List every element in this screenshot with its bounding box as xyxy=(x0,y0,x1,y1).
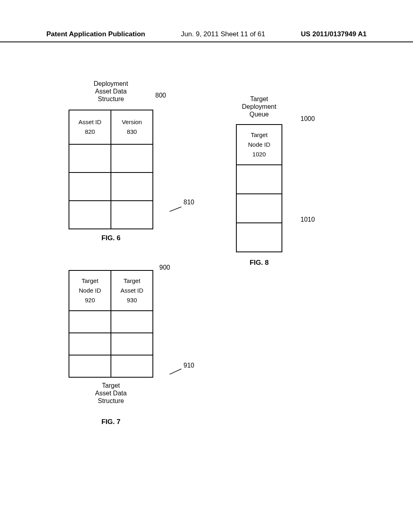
cell-refnum: 830 xyxy=(127,128,137,135)
empty-cell xyxy=(69,201,111,229)
table-row xyxy=(69,144,153,172)
cell-refnum: 930 xyxy=(127,297,137,303)
cell-label-l1: Target xyxy=(81,277,98,284)
header-publication-type: Patent Application Publication xyxy=(46,30,145,38)
cell-refnum: 920 xyxy=(85,297,95,303)
svg-line-0 xyxy=(169,207,181,212)
fig8-title-line3: Queue xyxy=(249,111,269,118)
fig6-col1-header: Asset ID 820 xyxy=(69,110,111,144)
cell-label-l2: Node ID xyxy=(248,141,270,148)
empty-cell xyxy=(111,144,153,172)
page-header: Patent Application Publication Jun. 9, 2… xyxy=(0,30,413,42)
table-row xyxy=(69,172,153,201)
fig8-table: Target Node ID 1020 xyxy=(236,124,282,252)
leader-line-icon xyxy=(169,369,184,374)
header-publication-number: US 2011/0137949 A1 xyxy=(301,30,367,38)
empty-cell xyxy=(111,355,153,377)
table-row xyxy=(69,311,153,333)
figure-7: 900 Target Node ID 920 Target Asset ID 9… xyxy=(69,270,153,426)
table-row: Target Node ID 920 Target Asset ID 930 xyxy=(69,270,153,311)
cell-refnum: 820 xyxy=(85,128,95,135)
fig8-caption: FIG. 8 xyxy=(236,259,282,267)
fig7-col2-header: Target Asset ID 930 xyxy=(111,270,153,311)
empty-cell xyxy=(69,333,111,355)
fig6-col2-header: Version 830 xyxy=(111,110,153,144)
svg-line-1 xyxy=(169,369,181,374)
table-row xyxy=(236,223,282,252)
fig7-row-reference: 910 xyxy=(184,362,194,369)
empty-cell xyxy=(111,311,153,333)
cell-label: Version xyxy=(122,118,142,125)
fig8-title: Target Deployment Queue xyxy=(236,95,282,118)
cell-label: Asset ID xyxy=(79,118,102,125)
empty-cell xyxy=(69,172,111,201)
fig7-table: Target Node ID 920 Target Asset ID 930 xyxy=(69,270,153,378)
fig6-table: Asset ID 820 Version 830 xyxy=(69,110,153,229)
fig6-title-line2: Asset Data xyxy=(95,88,127,95)
fig7-caption: FIG. 7 xyxy=(69,418,153,426)
fig6-reference-number: 800 xyxy=(155,92,166,99)
cell-label-l1: Target xyxy=(123,277,140,284)
empty-cell xyxy=(236,194,282,223)
fig7-reference-number: 900 xyxy=(159,264,170,271)
empty-cell xyxy=(111,333,153,355)
empty-cell xyxy=(236,165,282,194)
fig6-row-reference: 810 xyxy=(184,199,194,206)
cell-label-l1: Target xyxy=(251,131,268,138)
header-date-sheet: Jun. 9, 2011 Sheet 11 of 61 xyxy=(181,30,265,38)
fig6-title: Deployment Asset Data Structure xyxy=(77,80,145,103)
table-row xyxy=(69,355,153,377)
table-row xyxy=(236,194,282,223)
table-row xyxy=(69,333,153,355)
fig8-title-line2: Deployment xyxy=(242,103,276,110)
fig8-reference-number: 1000 xyxy=(300,115,315,123)
fig8-row-reference: 1010 xyxy=(300,216,315,223)
table-row: Target Node ID 1020 xyxy=(236,125,282,165)
fig8-col1-header: Target Node ID 1020 xyxy=(236,125,282,165)
figure-area: Deployment Asset Data Structure 800 Asse… xyxy=(46,80,367,508)
figure-6: Deployment Asset Data Structure 800 Asse… xyxy=(69,80,153,242)
table-row xyxy=(69,201,153,229)
figure-8: Target Deployment Queue 1000 Target Node… xyxy=(236,95,282,267)
fig8-title-line1: Target xyxy=(250,96,268,102)
fig7-title-line2: Asset Data xyxy=(95,390,127,397)
table-row xyxy=(236,165,282,194)
fig7-title: Target Asset Data Structure xyxy=(69,382,153,405)
empty-cell xyxy=(69,144,111,172)
leader-line-icon xyxy=(169,207,184,212)
cell-label-l2: Node ID xyxy=(79,287,101,294)
empty-cell xyxy=(111,172,153,201)
cell-refnum: 1020 xyxy=(252,151,266,158)
table-row: Asset ID 820 Version 830 xyxy=(69,110,153,144)
empty-cell xyxy=(69,355,111,377)
fig7-col1-header: Target Node ID 920 xyxy=(69,270,111,311)
empty-cell xyxy=(236,223,282,252)
fig6-title-line1: Deployment xyxy=(94,80,128,87)
empty-cell xyxy=(69,311,111,333)
fig7-title-line1: Target xyxy=(102,382,120,389)
fig7-title-line3: Structure xyxy=(98,397,124,404)
fig6-title-line3: Structure xyxy=(98,96,124,102)
cell-label-l2: Asset ID xyxy=(121,287,144,294)
fig6-caption: FIG. 6 xyxy=(69,234,153,242)
empty-cell xyxy=(111,201,153,229)
